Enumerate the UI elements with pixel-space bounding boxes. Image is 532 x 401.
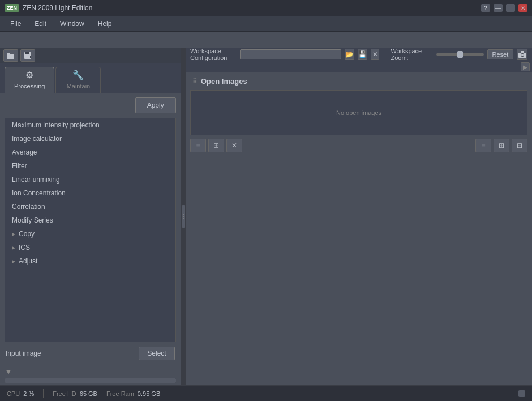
zoom-slider[interactable]	[436, 53, 484, 56]
tabs-row: ⚙ Processing 🔧 Maintain	[0, 63, 181, 93]
image-view-btn3[interactable]: ⊟	[512, 139, 527, 152]
svg-rect-0	[7, 53, 10, 54]
menu-item-ion-concentration[interactable]: Ion Concentration	[5, 186, 175, 200]
minimize-button[interactable]: —	[494, 4, 503, 12]
processing-menu-list: Maximum intensity projection Image calcu…	[5, 118, 176, 342]
free-ram-status: Free Ram 0.95 GB	[106, 390, 160, 397]
open-images-header: ⠿ Open Images	[186, 72, 532, 90]
divider-dot	[183, 218, 184, 219]
left-panel: ⚙ Processing 🔧 Maintain Apply Maximum in…	[0, 48, 181, 385]
collapse-arrow-icon[interactable]: ▼	[5, 367, 12, 376]
corner-indicator	[518, 390, 525, 397]
input-image-row: Input image Select	[0, 342, 181, 365]
tab-maintain[interactable]: 🔧 Maintain	[55, 67, 101, 93]
menu-item-modify-series[interactable]: Modify Series	[5, 214, 175, 227]
left-scrollbar[interactable]	[5, 378, 176, 383]
divider-dot	[183, 216, 184, 217]
menu-item-linear-unmixing[interactable]: Linear unmixing	[5, 173, 175, 186]
menu-edit[interactable]: Edit	[29, 18, 52, 30]
svg-point-8	[521, 54, 524, 56]
menu-item-average[interactable]: Average	[5, 146, 175, 159]
workspace-config-label: Workspace Configuration	[190, 48, 237, 61]
status-divider	[43, 389, 44, 398]
zoom-reset-button[interactable]: Reset	[487, 49, 514, 59]
free-hd-label: Free HD	[53, 390, 76, 397]
scrollbar-thumb	[5, 378, 176, 383]
divider-handle	[182, 205, 185, 228]
open-images-section: ⠿ Open Images No open images ≡ ⊞ ✕ ≡ ⊞ ⊟	[186, 72, 532, 156]
images-area: No open images	[190, 90, 527, 135]
maintain-tab-icon: 🔧	[72, 70, 84, 80]
menu-item-correlation[interactable]: Correlation	[5, 200, 175, 214]
image-toolbar: ≡ ⊞ ✕ ≡ ⊞ ⊟	[186, 135, 532, 156]
apply-area: Apply	[0, 93, 181, 118]
image-view-btn1[interactable]: ≡	[475, 139, 491, 152]
camera-button[interactable]	[517, 49, 527, 60]
free-ram-label: Free Ram	[106, 390, 134, 397]
menu-item-adjust[interactable]: Adjust	[5, 254, 175, 268]
menu-item-ics[interactable]: ICS	[5, 241, 175, 254]
open-file-button[interactable]	[3, 49, 18, 62]
grid-icon: ⠿	[192, 78, 198, 86]
menu-item-copy[interactable]: Copy	[5, 227, 175, 241]
svg-rect-9	[521, 51, 524, 53]
maintain-tab-label: Maintain	[67, 83, 91, 89]
svg-rect-1	[7, 54, 14, 59]
status-bar: CPU 2 % Free HD 65 GB Free Ram 0.95 GB	[0, 385, 532, 401]
zoom-slider-thumb	[457, 51, 463, 58]
select-image-button[interactable]: Select	[139, 347, 174, 360]
close-button[interactable]: ✕	[518, 4, 527, 12]
image-close-button[interactable]: ✕	[226, 139, 242, 152]
menu-file[interactable]: File	[5, 18, 27, 30]
no-images-text: No open images	[336, 109, 381, 116]
help-window-button[interactable]: ?	[481, 4, 490, 12]
free-hd-value: 65 GB	[80, 390, 97, 397]
image-thumbnail-view-button[interactable]: ⊞	[208, 139, 224, 152]
workspace-save-button[interactable]: 💾	[358, 49, 367, 60]
apply-button[interactable]: Apply	[135, 97, 176, 113]
workspace-config-input[interactable]	[240, 49, 341, 59]
image-view-btn2[interactable]: ⊞	[494, 139, 509, 152]
main-layout: ⚙ Processing 🔧 Maintain Apply Maximum in…	[0, 48, 532, 385]
menu-item-image-calculator[interactable]: Image calculator	[5, 132, 175, 146]
image-list-view-button[interactable]: ≡	[190, 139, 206, 152]
right-panel: Workspace Configuration 📂 💾 ✕ Workspace …	[186, 48, 532, 385]
open-images-title: Open Images	[201, 77, 247, 86]
title-bar: ZEN ZEN 2009 Light Edition ? — □ ✕	[0, 0, 532, 16]
free-ram-value: 0.95 GB	[138, 390, 160, 397]
cpu-status: CPU 2 %	[7, 390, 34, 397]
panel-divider[interactable]	[181, 48, 186, 385]
svg-rect-3	[25, 52, 29, 54]
app-title: ZEN 2009 Light Edition	[23, 4, 478, 12]
workspace-open-button[interactable]: 📂	[345, 49, 354, 60]
processing-tab-label: Processing	[14, 83, 45, 89]
menu-item-filter[interactable]: Filter	[5, 159, 175, 173]
bottom-arrow-row: ▼	[0, 365, 181, 378]
maximize-button[interactable]: □	[506, 4, 515, 12]
workspace-close-button[interactable]: ✕	[371, 49, 379, 60]
toolbar-row	[0, 48, 181, 63]
menu-help[interactable]: Help	[92, 18, 118, 30]
status-bar-right	[518, 390, 525, 397]
cpu-value: 2 %	[23, 390, 34, 397]
content-area	[186, 156, 532, 385]
panel-toggle-button[interactable]: ▶	[521, 62, 530, 71]
tab-processing[interactable]: ⚙ Processing	[5, 67, 54, 93]
svg-rect-5	[25, 56, 30, 58]
workspace-zoom-label: Workspace Zoom:	[391, 48, 432, 61]
cpu-label: CPU	[7, 390, 20, 397]
input-image-label: Input image	[6, 349, 41, 357]
free-hd-status: Free HD 65 GB	[53, 390, 97, 397]
divider-dot	[183, 214, 184, 215]
right-top-bar: Workspace Configuration 📂 💾 ✕ Workspace …	[186, 48, 532, 61]
zen-logo: ZEN	[5, 4, 19, 12]
save-file-button[interactable]	[20, 49, 35, 62]
menu-window[interactable]: Window	[54, 18, 90, 30]
menu-item-max-intensity[interactable]: Maximum intensity projection	[5, 118, 175, 132]
menu-bar: File Edit Window Help	[0, 16, 532, 32]
processing-tab-icon: ⚙	[25, 70, 33, 80]
